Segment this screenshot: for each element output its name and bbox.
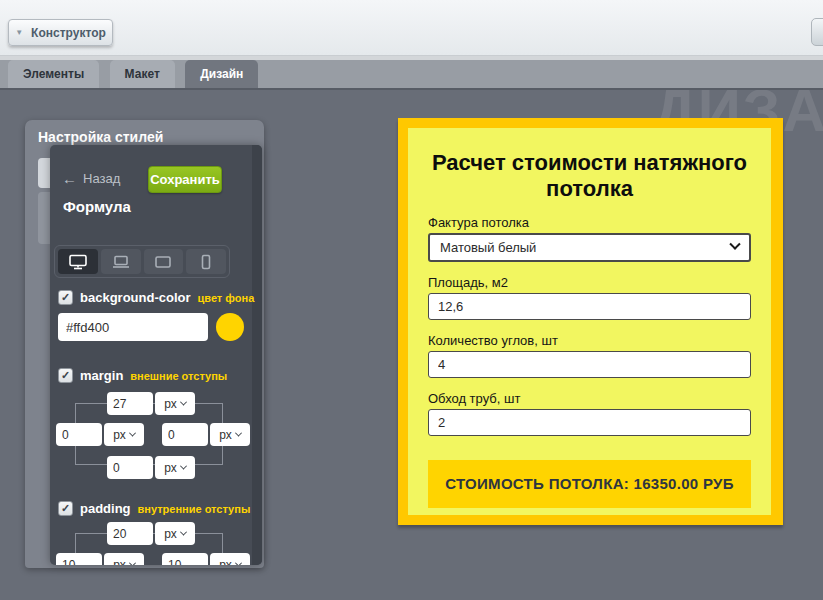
margin-left-pair: px [56,423,144,446]
save-button[interactable]: Сохранить [148,166,222,193]
padding-property-name: padding [80,501,131,516]
margin-bottom-input[interactable] [107,456,153,479]
margin-bottom-pair: px [107,456,195,479]
margin-checkbox[interactable]: ✓ [58,368,73,383]
unit-label: px [219,558,232,566]
tab-elements[interactable]: Элементы [8,60,99,88]
calculator-form: Расчет стоимости натяжного потолка Факту… [408,128,771,515]
bgcolor-property-hint: цвет фона [198,292,255,304]
texture-select-value: Матовый белый [440,240,731,255]
padding-top-pair: px [107,522,195,545]
desktop-monitor-icon [68,254,88,270]
padding-right-input[interactable] [162,553,208,565]
chevron-down-icon [729,239,740,250]
section-title: Формула [63,198,131,215]
bgcolor-property-name: background-color [80,290,191,305]
margin-right-unit-select[interactable]: px [210,423,250,446]
dropdown-arrow-icon: ▼ [15,28,23,37]
bgcolor-checkbox[interactable]: ✓ [58,290,73,305]
padding-left-pair: px [56,553,144,565]
field-corners: Количество углов, шт [428,333,751,378]
padding-property-hint: внутренние отступы [138,503,251,515]
workspace: ДИЗАЙН Настройка стилей ← Назад Сохранит… [0,88,823,600]
constructor-menu-button[interactable]: ▼ Конструктор [8,19,113,46]
back-arrow-icon: ← [62,170,77,187]
margin-left-unit-select[interactable]: px [104,423,144,446]
device-phone-button[interactable] [186,249,226,274]
back-button[interactable]: ← Назад [62,170,120,187]
margin-bottom-unit-select[interactable]: px [155,456,195,479]
bgcolor-hex-input[interactable] [58,313,208,341]
chevron-down-icon [180,529,187,536]
chevron-down-icon [129,560,136,565]
bgcolor-property-row: ✓ background-color цвет фона [58,290,254,305]
tablet-icon [153,254,173,270]
unit-label: px [113,558,126,566]
tab-design[interactable]: Дизайн [185,60,258,88]
color-swatch[interactable] [216,313,244,341]
top-right-clipped-button[interactable] [811,18,823,46]
chevron-down-icon [129,430,136,437]
margin-property-name: margin [80,368,123,383]
texture-select[interactable]: Матовый белый [428,233,751,262]
margin-top-pair: px [107,392,195,415]
area-input[interactable] [428,293,751,320]
form-title: Расчет стоимости натяжного потолка [428,150,751,202]
constructor-button-label: Конструктор [31,26,106,40]
margin-right-pair: px [162,423,250,446]
chevron-down-icon [235,560,242,565]
margin-right-input[interactable] [162,423,208,446]
field-label: Площадь, м2 [428,275,751,290]
margin-top-input[interactable] [107,392,153,415]
device-tablet-button[interactable] [144,249,184,274]
panel-title: Настройка стилей [25,120,264,145]
padding-property-row: ✓ padding внутренние отступы [58,501,250,516]
corners-input[interactable] [428,351,751,378]
chevron-down-icon [180,399,187,406]
padding-left-unit-select[interactable]: px [104,553,144,565]
unit-label: px [219,428,232,442]
tab-bar: Элементы Макет Дизайн [0,56,823,88]
device-laptop-button[interactable] [101,249,141,274]
margin-property-row: ✓ margin внешние отступы [58,368,227,383]
padding-checkbox[interactable]: ✓ [58,501,73,516]
device-switcher [54,245,230,278]
field-pipes: Обход труб, шт [428,391,751,436]
phone-icon [196,254,216,270]
field-label: Количество углов, шт [428,333,751,348]
style-settings-panel: Настройка стилей ← Назад Сохранить Форму… [25,120,264,568]
margin-top-unit-select[interactable]: px [155,392,195,415]
panel-scrollbar[interactable] [252,145,262,565]
padding-left-input[interactable] [56,553,102,565]
laptop-icon [111,254,131,270]
field-texture: Фактура потолка Матовый белый [428,215,751,262]
device-desktop-button[interactable] [58,249,98,274]
unit-label: px [164,397,177,411]
unit-label: px [113,428,126,442]
field-area: Площадь, м2 [428,275,751,320]
calculator-widget[interactable]: Расчет стоимости натяжного потолка Факту… [398,118,783,525]
app-window: ▼ Конструктор Элементы Макет Дизайн ДИЗА… [0,0,823,600]
margin-property-hint: внешние отступы [130,370,227,382]
chevron-down-icon [235,430,242,437]
pipes-input[interactable] [428,409,751,436]
unit-label: px [164,461,177,475]
price-result-bar: СТОИМОСТЬ ПОТОЛКА: 16350.00 РУБ [428,460,751,508]
tab-layout[interactable]: Макет [110,60,175,88]
top-bar: ▼ Конструктор [0,0,823,56]
back-button-label: Назад [83,171,120,186]
field-label: Фактура потолка [428,215,751,230]
field-label: Обход труб, шт [428,391,751,406]
padding-right-pair: px [162,553,250,565]
padding-top-unit-select[interactable]: px [155,522,195,545]
unit-label: px [164,527,177,541]
padding-top-input[interactable] [107,522,153,545]
margin-left-input[interactable] [56,423,102,446]
padding-right-unit-select[interactable]: px [210,553,250,565]
style-editor-panel: ← Назад Сохранить Формула [50,145,262,565]
chevron-down-icon [180,463,187,470]
